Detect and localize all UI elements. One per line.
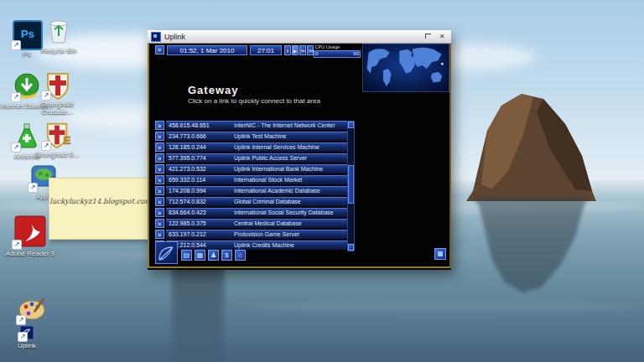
desktop-icon-recycle-bin[interactable]: Recycle Bin — [32, 17, 86, 54]
delete-link-button[interactable]: ✕ — [155, 164, 164, 173]
link-ip: 458.615.48.651 — [166, 122, 234, 130]
delete-link-button[interactable]: ✕ — [155, 219, 164, 228]
desktop-icon-stronghold-extreme[interactable]: E ↗ Stronghold E... — [30, 121, 84, 158]
scroll-down-button[interactable] — [348, 244, 354, 251]
scroll-thumb[interactable] — [348, 165, 354, 204]
screen-subtitle: Click on a link to quickly connect to th… — [188, 97, 320, 105]
shortcut-arrow-icon: ↗ — [41, 141, 51, 151]
link-name: Global Criminal Database — [234, 198, 351, 206]
speed-fastest-button[interactable]: ⋙ — [307, 45, 314, 55]
link-name: International Stock Market — [234, 176, 351, 184]
shortcut-arrow-icon: ↗ — [16, 315, 26, 325]
status-button[interactable]: ⌂ — [235, 250, 246, 261]
delete-link-button[interactable]: ✕ — [155, 132, 164, 141]
shortcut-arrow-icon: ↗ — [11, 40, 21, 50]
world-map[interactable] — [362, 44, 449, 92]
delete-link-button[interactable]: ✕ — [155, 121, 164, 130]
maximize-icon — [425, 34, 431, 39]
memory-button[interactable]: ♟ — [208, 250, 219, 261]
water-shine — [252, 302, 637, 312]
link-ip: 659.332.0.114 — [166, 176, 234, 184]
icon-label: Stronghold E... — [30, 151, 84, 158]
link-name: Uplink International Bank Machine — [234, 165, 351, 173]
link-ip: 122.985.0.375 — [166, 220, 234, 228]
link-row: ✕ 421.273.0.532 Uplink International Ban… — [155, 164, 356, 175]
link-item[interactable]: 421.273.0.532 Uplink International Bank … — [166, 164, 351, 173]
hardware-button[interactable]: ▦ — [195, 250, 205, 261]
link-name: Uplink Test Machine — [234, 132, 351, 141]
icon-label: Adobe Reader 9 — [3, 250, 57, 257]
cpu-usage-label: CPU Usage — [314, 44, 359, 50]
sticky-note: luckyluckyz14.blogspot.com — [49, 178, 153, 240]
delete-link-button[interactable]: ✕ — [155, 142, 164, 152]
uplink-app-icon — [151, 32, 161, 42]
hud-counter: 27:01 — [250, 45, 282, 55]
link-row: ✕ 834.664.0.423 International Social Sec… — [155, 208, 356, 219]
desktop-icon-stronghold-crusader[interactable]: ↗ Stronghold Crusade... — [30, 70, 84, 116]
delete-link-button[interactable]: ✕ — [155, 153, 164, 163]
icon-label: Uplink — [0, 342, 54, 349]
sticky-note-text: luckyluckyz14.blogspot.com — [49, 197, 152, 205]
recycle-bin-icon — [44, 17, 73, 45]
finance-button[interactable]: $ — [221, 250, 232, 261]
close-button[interactable]: ✕ — [436, 32, 448, 41]
link-item[interactable]: 712.574.0.832 Global Criminal Database — [166, 197, 351, 206]
link-item[interactable]: 128.185.0.244 Uplink Internal Services M… — [166, 142, 351, 152]
link-item[interactable]: 122.985.0.375 Central Medical Database — [166, 219, 351, 228]
link-item[interactable]: 659.332.0.114 International Stock Market — [166, 175, 351, 184]
link-row: ✕ 712.574.0.832 Global Criminal Database — [155, 197, 356, 208]
hud-datetime: 01:52, 1 Mar 2010 — [167, 45, 247, 55]
speed-pause-button[interactable]: ‖ — [284, 45, 291, 55]
delete-link-button[interactable]: ✕ — [155, 208, 164, 217]
delete-link-button[interactable]: ✕ — [155, 175, 164, 184]
link-item[interactable]: 577.395.0.774 Uplink Public Access Serve… — [166, 153, 351, 163]
delete-link-button[interactable]: ✕ — [155, 197, 164, 206]
svg-text:E: E — [64, 134, 71, 147]
link-name: Uplink Credits Machine — [234, 241, 351, 250]
uplink-client-area: ✕ 01:52, 1 Mar 2010 27:01 ‖ ▶ ≫ ⋙ CPU Us… — [148, 44, 451, 268]
uplink-logo-button[interactable] — [155, 241, 178, 264]
cpu-usage-gauge[interactable]: CPU Usage 0 60 — [314, 44, 361, 59]
link-item[interactable]: 834.664.0.423 International Social Secur… — [166, 208, 351, 217]
rock-cliff — [449, 90, 600, 201]
link-item[interactable]: 174.208.0.994 International Academic Dat… — [166, 186, 351, 195]
speed-fast-button[interactable]: ≫ — [299, 45, 306, 55]
cpu-min: 0 — [315, 51, 318, 56]
desktop-icon-uplink[interactable]: ↗ Uplink — [0, 325, 54, 349]
shortcut-arrow-icon: ↗ — [41, 90, 51, 101]
shortcut-arrow-icon: ↗ — [11, 142, 21, 153]
link-name: Uplink Public Access Server — [234, 154, 351, 163]
link-ip: 174.208.0.994 — [166, 187, 234, 195]
link-item[interactable]: 458.615.48.651 InterNIC - The Internet N… — [166, 121, 351, 130]
link-item[interactable]: 132.212.0.544 Uplink Credits Machine — [166, 240, 351, 250]
link-row: ✕ 122.985.0.375 Central Medical Database — [155, 219, 356, 230]
uplink-window[interactable]: Uplink ✕ ✕ 01:52, 1 Mar 2010 27:01 ‖ ▶ ≫… — [148, 30, 451, 270]
icon-label: Stronghold Crusade... — [30, 101, 84, 116]
cpu-max: 60 — [353, 51, 359, 56]
link-item[interactable]: 234.773.0.666 Uplink Test Machine — [166, 132, 351, 141]
link-row: ✕ 128.185.0.244 Uplink Internal Services… — [155, 142, 356, 153]
shortcut-arrow-icon: ↗ — [18, 332, 28, 342]
hud-close-button[interactable]: ✕ — [155, 45, 164, 54]
link-row: ✕ 577.395.0.774 Uplink Public Access Ser… — [155, 153, 356, 164]
cpu-usage-slider[interactable]: 0 60 — [314, 50, 361, 58]
link-name: InterNIC - The Internet Network Center — [234, 122, 351, 130]
maximize-button[interactable] — [422, 32, 434, 41]
link-row: ✕ 458.615.48.651 InterNIC - The Internet… — [155, 121, 356, 132]
scroll-up-button[interactable] — [348, 122, 354, 128]
shortcut-arrow-icon: ↗ — [28, 183, 38, 193]
link-ip: 128.185.0.244 — [166, 143, 234, 152]
link-item[interactable]: 633.197.0.212 Protovision Game Server — [166, 230, 351, 239]
desktop-icon-paint[interactable]: ↗ — [7, 295, 60, 323]
delete-link-button[interactable]: ✕ — [155, 186, 164, 195]
link-ip: 421.273.0.532 — [166, 165, 234, 173]
software-button[interactable]: ▤ — [181, 250, 192, 261]
delete-link-button[interactable]: ✕ — [155, 230, 164, 239]
screen-title: Gateway — [188, 84, 238, 96]
links-scrollbar[interactable] — [347, 121, 355, 251]
email-button[interactable] — [434, 248, 446, 260]
link-name: Uplink Internal Services Machine — [234, 143, 351, 152]
link-ip: 834.664.0.423 — [166, 209, 234, 217]
speed-normal-button[interactable]: ▶ — [292, 45, 299, 55]
window-titlebar[interactable]: Uplink ✕ — [148, 30, 451, 44]
